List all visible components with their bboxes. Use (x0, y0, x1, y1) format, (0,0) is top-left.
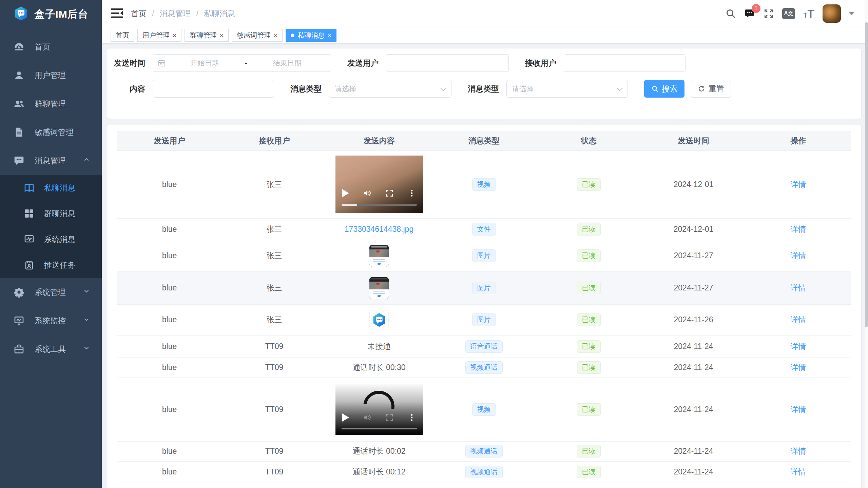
tab-敏感词管理[interactable]: 敏感词管理× (232, 29, 283, 42)
message-type-tag: 视频通话 (465, 445, 503, 458)
page-scrollbar[interactable] (865, 0, 868, 488)
app-window: 盒子IM后台 首页用户管理群聊管理敏感词管理消息管理私聊消息群聊消息系统消息推送… (0, 0, 868, 488)
user-icon (14, 69, 25, 81)
gear-icon (14, 286, 25, 298)
tab-close-icon[interactable]: × (173, 32, 176, 39)
fullscreen-icon[interactable] (385, 189, 394, 198)
play-icon[interactable] (342, 413, 349, 422)
tab-群聊管理[interactable]: 群聊管理× (185, 29, 229, 42)
sidebar-menu: 首页用户管理群聊管理敏感词管理消息管理私聊消息群聊消息系统消息推送任务系统管理系… (0, 28, 102, 363)
sidebar-item-push-tasks[interactable]: 推送任务 (0, 252, 102, 278)
status-cell: 已读 (536, 335, 641, 358)
type-cell: 文件 (431, 218, 536, 240)
message-type-select[interactable]: 请选择 (329, 80, 451, 98)
send-time-range-picker[interactable]: 开始日期 - 结束日期 (153, 54, 331, 72)
detail-link[interactable]: 详情 (791, 342, 806, 351)
sidebar-submenu-message-management: 私聊消息群聊消息系统消息推送任务 (0, 175, 102, 278)
content-cell: 通话时长 00:30 (327, 358, 431, 378)
reset-button[interactable]: 重置 (691, 80, 731, 98)
status-tag: 已读 (577, 340, 601, 353)
sidebar-item-sensitive-words[interactable]: 敏感词管理 (0, 118, 102, 146)
tab-label: 私聊消息 (297, 31, 325, 40)
sidebar-item-group-messages[interactable]: 群聊消息 (0, 201, 102, 226)
detail-link[interactable]: 详情 (791, 447, 806, 455)
sidebar-item-system-tools[interactable]: 系统工具 (0, 335, 102, 363)
logo-image-thumbnail[interactable] (369, 310, 389, 329)
volume-icon[interactable] (363, 413, 371, 422)
tab-首页[interactable]: 首页 (111, 29, 134, 42)
sidebar-item-system-monitor[interactable]: 系统监控 (0, 306, 102, 335)
more-options-icon[interactable] (407, 413, 416, 422)
document-icon (14, 126, 25, 138)
book-icon (24, 182, 35, 194)
status-tag: 已读 (577, 466, 601, 478)
search-button[interactable]: 搜索 (644, 80, 684, 98)
search-icon[interactable] (725, 8, 736, 19)
detail-link[interactable]: 详情 (791, 251, 806, 260)
message-type-tag: 视频 (472, 178, 496, 191)
font-size-icon[interactable]: TT (803, 8, 814, 19)
sidebar-item-system-messages[interactable]: 系统消息 (0, 226, 102, 252)
send-user-input[interactable] (386, 54, 509, 72)
end-date-input[interactable]: 结束日期 (249, 58, 326, 68)
detail-link[interactable]: 详情 (791, 283, 806, 292)
video-player[interactable] (335, 156, 423, 213)
detail-link[interactable]: 详情 (791, 225, 806, 233)
tab-label: 敏感词管理 (237, 31, 271, 40)
tab-close-icon[interactable]: × (220, 32, 224, 39)
column-header: 接收用户 (222, 131, 327, 150)
receiver-cell: 张三 (222, 150, 327, 218)
time-cell: 2024-12-01 (641, 150, 746, 218)
sidebar-item-user-management[interactable]: 用户管理 (0, 61, 102, 89)
sidebar-collapse-icon[interactable] (111, 7, 123, 20)
file-link[interactable]: 1733034614438.jpg (345, 225, 413, 233)
message-notification-icon[interactable]: 1 (744, 8, 755, 19)
detail-link[interactable]: 详情 (791, 180, 806, 189)
status-cell: 已读 (536, 304, 641, 335)
sender-cell: blue (117, 461, 222, 483)
detail-link[interactable]: 详情 (791, 363, 806, 372)
scrollbar-thumb[interactable] (865, 22, 868, 327)
image-thumbnail[interactable] (369, 277, 389, 299)
start-date-input[interactable]: 开始日期 (166, 58, 244, 68)
message-type-tag: 文件 (472, 223, 496, 236)
user-avatar[interactable] (823, 4, 841, 23)
type-cell: 图片 (431, 304, 536, 335)
sidebar-item-group-management[interactable]: 群聊管理 (0, 89, 102, 118)
detail-link[interactable]: 详情 (791, 467, 806, 476)
breadcrumb-item: 消息管理 (159, 8, 191, 19)
tab-私聊消息[interactable]: 私聊消息× (286, 29, 336, 42)
sidebar-item-home[interactable]: 首页 (0, 33, 102, 61)
receive-user-input[interactable] (564, 54, 686, 72)
fullscreen-icon[interactable] (385, 413, 394, 422)
status-cell: 已读 (536, 218, 641, 240)
tab-用户管理[interactable]: 用户管理× (137, 29, 181, 42)
time-cell: 2024-11-24 (641, 441, 746, 461)
sidebar-item-private-messages[interactable]: 私聊消息 (0, 175, 102, 201)
detail-link[interactable]: 详情 (791, 405, 806, 414)
language-switch-icon[interactable]: A文 (782, 8, 795, 19)
tab-close-icon[interactable]: × (328, 32, 331, 39)
sidebar-item-message-management[interactable]: 消息管理 (0, 146, 102, 175)
tab-close-icon[interactable]: × (274, 32, 277, 39)
breadcrumb-item[interactable]: 首页 (131, 8, 147, 19)
play-icon[interactable] (342, 189, 349, 197)
user-menu-caret-icon[interactable] (849, 12, 854, 15)
video-progress-bar[interactable] (342, 204, 417, 206)
more-options-icon[interactable] (407, 189, 416, 198)
content-cell (327, 378, 431, 441)
sender-cell: blue (117, 271, 222, 304)
app-logo[interactable]: 盒子IM后台 (0, 0, 102, 28)
image-thumbnail[interactable] (369, 245, 389, 267)
sidebar-item-system-admin[interactable]: 系统管理 (0, 278, 102, 306)
video-progress-bar[interactable] (342, 428, 417, 429)
volume-icon[interactable] (363, 189, 371, 198)
fullscreen-icon[interactable] (763, 8, 774, 19)
detail-link[interactable]: 详情 (791, 315, 806, 324)
clipboard-icon (24, 259, 35, 271)
video-player[interactable] (335, 384, 423, 435)
message-type2-select[interactable]: 请选择 (506, 80, 628, 98)
sidebar-item-label: 群聊消息 (44, 208, 75, 219)
status-tag: 已读 (577, 403, 601, 416)
content-input[interactable] (153, 80, 274, 98)
